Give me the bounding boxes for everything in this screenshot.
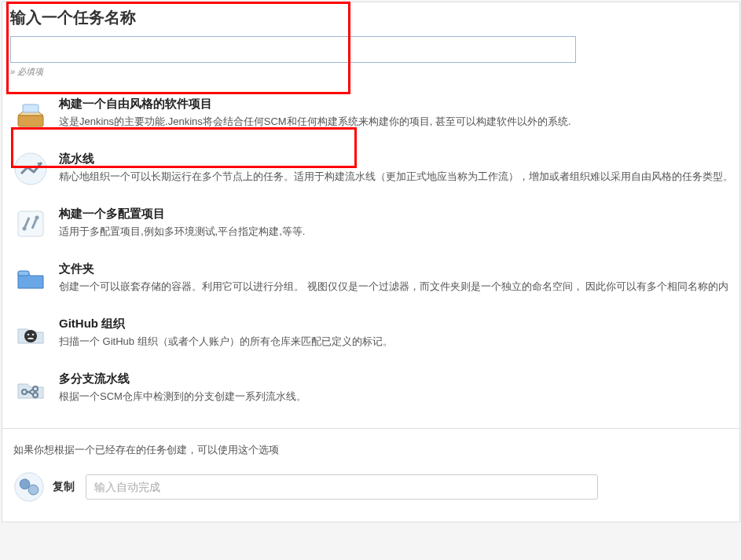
pipeline-icon [13, 152, 48, 186]
copy-from-input[interactable] [86, 474, 598, 500]
folder-icon [13, 262, 48, 296]
item-type-freestyle[interactable]: 构建一个自由风格的软件项目 这是Jenkins的主要功能.Jenkins将会结合… [2, 89, 739, 139]
item-type-multibranch[interactable]: 多分支流水线 根据一个SCM仓库中检测到的分支创建一系列流水线。 [2, 364, 739, 414]
item-type-multiconfig[interactable]: 构建一个多配置项目 适用于多配置项目,例如多环境测试,平台指定构建,等等. [2, 199, 739, 249]
name-section: 输入一个任务名称 必填项 [2, 2, 739, 86]
item-desc: 根据一个SCM仓库中检测到的分支创建一系列流水线。 [59, 390, 728, 404]
item-type-pipeline[interactable]: 流水线 精心地组织一个可以长期运行在多个节点上的任务。适用于构建流水线（更加正式… [2, 144, 739, 194]
item-desc: 适用于多配置项目,例如多环境测试,平台指定构建,等等. [59, 225, 728, 239]
item-title: 文件夹 [59, 262, 728, 276]
copy-icon [13, 471, 45, 503]
required-hint: 必填项 [10, 66, 732, 78]
multiconfig-icon [13, 207, 48, 241]
item-name-input[interactable] [10, 36, 576, 63]
item-type-github-org[interactable]: GitHub 组织 扫描一个 GitHub 组织（或者个人账户）的所有仓库来匹配… [2, 309, 739, 359]
item-type-list: 构建一个自由风格的软件项目 这是Jenkins的主要功能.Jenkins将会结合… [2, 86, 739, 428]
multibranch-icon [13, 372, 48, 406]
item-desc: 精心地组织一个可以长期运行在多个节点上的任务。适用于构建流水线（更加正式地应当称… [59, 170, 728, 184]
item-title: 构建一个自由风格的软件项目 [59, 97, 728, 112]
item-title: GitHub 组织 [59, 317, 728, 331]
item-title: 构建一个多配置项目 [59, 207, 728, 221]
page-title: 输入一个任务名称 [10, 7, 732, 28]
item-desc: 这是Jenkins的主要功能.Jenkins将会结合任何SCM和任何构建系统来构… [59, 115, 728, 129]
svg-point-10 [28, 334, 30, 336]
svg-point-16 [20, 479, 30, 489]
svg-point-9 [24, 330, 37, 342]
item-desc: 扫描一个 GitHub 组织（或者个人账户）的所有仓库来匹配已定义的标记。 [59, 335, 728, 349]
freestyle-icon [13, 97, 48, 131]
copy-section: 如果你想根据一个已经存在的任务创建，可以使用这个选项 复制 [2, 428, 739, 522]
new-item-panel: 输入一个任务名称 必填项 构建一个自由风格的软件项目 这是Jenkins的主要功… [2, 2, 740, 522]
github-org-icon [13, 317, 48, 351]
svg-point-6 [23, 227, 27, 231]
item-type-folder[interactable]: 文件夹 创建一个可以嵌套存储的容器。利用它可以进行分组。 视图仅仅是一个过滤器，… [2, 254, 739, 304]
item-title: 多分支流水线 [59, 372, 728, 386]
copy-hint: 如果你想根据一个已经存在的任务创建，可以使用这个选项 [13, 443, 728, 457]
svg-rect-0 [18, 115, 43, 126]
svg-rect-5 [18, 211, 43, 236]
svg-point-17 [28, 485, 39, 495]
svg-rect-8 [18, 271, 29, 276]
item-desc: 创建一个可以嵌套存储的容器。利用它可以进行分组。 视图仅仅是一个过滤器，而文件夹… [59, 280, 728, 294]
svg-point-11 [32, 334, 35, 336]
item-title: 流水线 [59, 152, 728, 167]
svg-point-7 [35, 216, 39, 220]
svg-rect-2 [23, 104, 39, 112]
copy-label: 复制 [53, 480, 75, 494]
